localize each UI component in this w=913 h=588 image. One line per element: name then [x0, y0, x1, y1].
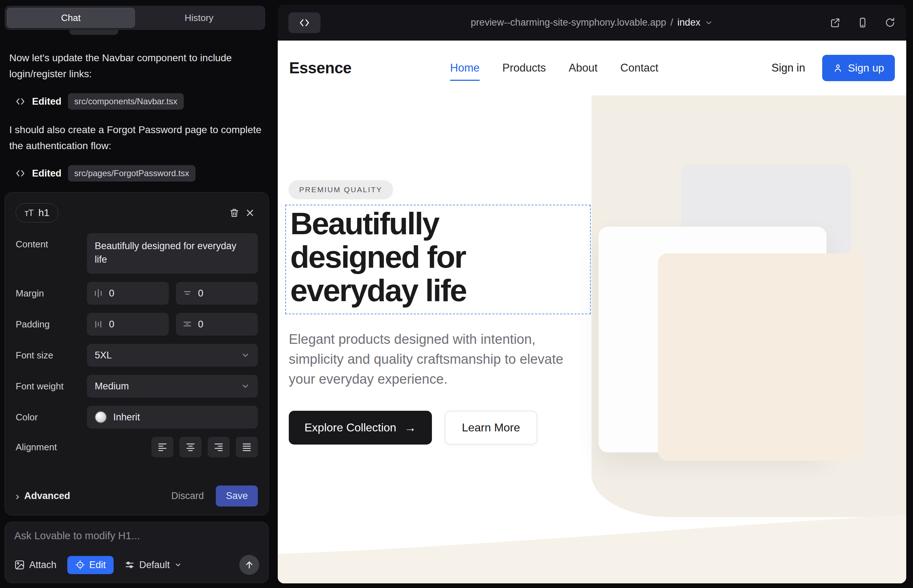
chat-input[interactable]	[14, 530, 259, 542]
element-tag-pill: тT h1	[16, 203, 58, 223]
attach-button[interactable]: Attach	[14, 559, 57, 570]
decorative-card-cream	[658, 254, 863, 460]
edit-mode-button[interactable]: Edit	[67, 556, 114, 574]
color-picker-control[interactable]: Inherit	[87, 406, 258, 428]
alignment-label: Alignment	[16, 442, 87, 453]
inspector-footer: › Advanced Discard Save	[16, 482, 258, 507]
padding-horizontal-input[interactable]: 0	[176, 313, 258, 336]
default-mode-select[interactable]: Default	[124, 559, 182, 570]
padding-vertical-input[interactable]: 0	[87, 313, 169, 336]
sign-in-link[interactable]: Sign in	[771, 61, 805, 74]
chevron-right-icon: ›	[16, 490, 19, 502]
advanced-toggle[interactable]: › Advanced	[16, 490, 70, 502]
chat-message: I should also create a Forgot Password p…	[9, 122, 264, 154]
align-right-icon	[213, 442, 224, 452]
chevron-down-icon	[241, 351, 250, 360]
color-label: Color	[16, 412, 87, 423]
user-icon	[833, 63, 843, 73]
refresh-icon[interactable]	[884, 17, 895, 28]
site-viewport: Essence Home Products About Contact Sign…	[278, 40, 906, 583]
content-row: Content Beautifully designed for everyda…	[16, 233, 258, 274]
color-row: Color Inherit	[16, 406, 258, 428]
align-right-button[interactable]	[207, 437, 230, 457]
tab-history[interactable]: History	[135, 8, 263, 28]
close-inspector-button[interactable]	[242, 205, 258, 221]
site-logo[interactable]: Essence	[289, 59, 351, 77]
font-weight-select[interactable]: Medium	[87, 375, 258, 397]
chevron-down-icon	[174, 561, 182, 569]
file-chip-navbar[interactable]: src/components/Navbar.tsx	[68, 93, 184, 110]
inspector-header: тT h1	[16, 201, 258, 225]
font-size-select[interactable]: 5XL	[87, 344, 258, 367]
align-left-button[interactable]	[151, 437, 173, 457]
nav-link-products[interactable]: Products	[502, 61, 546, 74]
arrow-up-icon	[244, 559, 254, 570]
target-icon	[75, 560, 85, 570]
composer-toolbar: Attach Edit Default	[14, 555, 259, 575]
browser-chrome: preview--charming-site-symphony.lovable.…	[278, 5, 906, 40]
margin-vertical-input[interactable]: 0	[87, 282, 169, 305]
align-justify-icon	[241, 442, 252, 452]
learn-more-button[interactable]: Learn More	[445, 411, 537, 444]
edited-file-row: Edited src/pages/ForgotPassword.tsx	[15, 165, 196, 182]
hero-heading[interactable]: Beautifully designed for everyday life	[286, 205, 590, 307]
padding-horizontal-icon	[182, 319, 192, 329]
align-center-icon	[185, 442, 196, 452]
file-chip-forgot-password[interactable]: src/pages/ForgotPassword.tsx	[68, 165, 196, 181]
premium-quality-badge: PREMIUM QUALITY	[288, 180, 393, 199]
site-navbar: Essence Home Products About Contact Sign…	[278, 40, 906, 95]
content-textarea[interactable]: Beautifully designed for everyday life	[87, 233, 258, 274]
font-size-row: Font size 5XL	[16, 344, 258, 367]
code-icon	[15, 168, 26, 179]
alignment-row: Alignment	[16, 437, 258, 457]
tab-chat[interactable]: Chat	[7, 8, 135, 28]
chat-composer: Attach Edit Default	[5, 522, 269, 583]
margin-vertical-icon	[93, 288, 103, 298]
panel-tabs: Chat History	[5, 6, 265, 30]
align-justify-button[interactable]	[236, 437, 258, 457]
font-size-label: Font size	[16, 350, 87, 361]
align-center-button[interactable]	[180, 437, 202, 457]
font-weight-label: Font weight	[16, 381, 87, 392]
chevron-down-icon	[241, 381, 250, 391]
align-left-icon	[157, 442, 168, 452]
chat-message: Now let's update the Navbar component to…	[9, 50, 264, 82]
mobile-preview-icon[interactable]	[857, 17, 868, 28]
hero-paragraph: Elegant products designed with intention…	[289, 330, 581, 389]
chevron-down-icon	[705, 18, 713, 27]
explore-collection-button[interactable]: Explore Collection →	[289, 411, 432, 444]
save-button[interactable]: Save	[216, 486, 258, 507]
open-external-icon[interactable]	[830, 17, 841, 28]
browser-actions	[830, 17, 895, 28]
attach-icon	[14, 559, 25, 570]
nav-link-home[interactable]: Home	[450, 61, 480, 74]
send-button[interactable]	[239, 555, 259, 575]
code-view-toggle[interactable]	[288, 13, 321, 33]
preview-window: preview--charming-site-symphony.lovable.…	[278, 5, 906, 583]
arrow-right-icon: →	[404, 421, 416, 435]
margin-horizontal-icon	[182, 288, 192, 298]
code-icon	[15, 96, 26, 107]
font-weight-row: Font weight Medium	[16, 375, 258, 397]
url-host: preview--charming-site-symphony.lovable.…	[471, 17, 666, 28]
padding-vertical-icon	[93, 319, 103, 329]
nav-links: Home Products About Contact	[450, 61, 659, 74]
selected-h1-element[interactable]: Beautifully designed for everyday life	[285, 205, 591, 314]
sign-up-button[interactable]: Sign up	[822, 55, 895, 81]
margin-horizontal-input[interactable]: 0	[176, 282, 258, 305]
url-separator: /	[670, 17, 673, 28]
margin-row: Margin 0 0	[16, 282, 258, 305]
nav-link-about[interactable]: About	[569, 61, 597, 74]
discard-button[interactable]: Discard	[171, 491, 204, 501]
url-page: index	[677, 17, 701, 28]
margin-label: Margin	[16, 288, 87, 299]
element-tag-name: h1	[39, 207, 50, 218]
color-swatch	[95, 411, 107, 423]
nav-link-contact[interactable]: Contact	[620, 61, 659, 74]
edited-label: Edited	[32, 96, 62, 107]
code-icon	[298, 17, 311, 29]
hero-cta-row: Explore Collection → Learn More	[289, 411, 537, 444]
url-bar[interactable]: preview--charming-site-symphony.lovable.…	[471, 17, 713, 28]
delete-element-button[interactable]	[227, 205, 242, 221]
content-label: Content	[16, 233, 87, 250]
